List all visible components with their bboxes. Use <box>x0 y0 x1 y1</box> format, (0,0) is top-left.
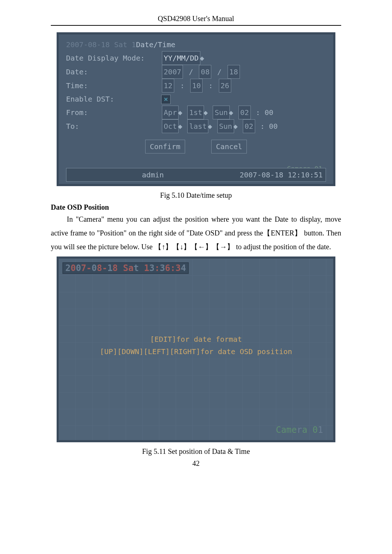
spinner-icon[interactable]: ◆ <box>233 120 238 133</box>
from-hour-input[interactable]: 02 <box>238 106 251 119</box>
status-time: 2007-08-18 12:10:51 <box>240 168 323 181</box>
osd-date-box[interactable]: 2007-08-18 Sat 13:36:34 <box>62 262 189 274</box>
display-mode-select[interactable]: YY/MM/DD <box>162 51 200 65</box>
cancel-button[interactable]: Cancel <box>211 140 247 153</box>
to-min-text: : 00 <box>260 122 278 131</box>
bg-date-overlay: 2007-08-18 Sat 1 <box>66 40 136 49</box>
page-number: 42 <box>51 459 341 468</box>
date-day-input[interactable]: 18 <box>228 65 240 79</box>
status-bar: admin 2007-08-18 12:10:51 <box>66 168 326 182</box>
to-hour-input[interactable]: 02 <box>243 119 255 133</box>
label-to: To: <box>66 120 157 133</box>
to-month-select[interactable]: Oct <box>162 119 179 133</box>
label-from: From: <box>66 106 157 119</box>
spinner-icon[interactable]: ◆ <box>208 120 212 133</box>
enable-dst-checkbox[interactable]: × <box>161 95 171 104</box>
hint-arrows: [UP][DOWN][LEFT][RIGHT]for date OSD posi… <box>59 347 333 356</box>
time-s-input[interactable]: 26 <box>219 79 231 93</box>
osd-position-screen: 2007-08-18 Sat 13:36:34 [EDIT]for date f… <box>57 257 335 442</box>
spinner-icon[interactable]: ◆ <box>200 52 204 65</box>
date-year-input[interactable]: 2007 <box>162 65 183 79</box>
doc-header: QSD42908 User's Manual <box>51 15 341 26</box>
label-date: Date: <box>66 65 157 78</box>
datetime-setup-screen: 2007-08-18 Sat 1Date/Time Date Display M… <box>57 32 335 186</box>
time-m-input[interactable]: 10 <box>190 79 203 93</box>
to-day-select[interactable]: Sun <box>217 119 234 133</box>
dialog-title: Date/Time <box>136 40 175 49</box>
spinner-icon[interactable]: ◆ <box>229 106 233 119</box>
fig510-caption: Fig 5.10 Date/time setup <box>51 191 341 200</box>
body-paragraph: In "Camera" menu you can adjust the posi… <box>51 212 341 254</box>
from-day-select[interactable]: Sun <box>213 106 229 119</box>
confirm-button[interactable]: Confirm <box>145 140 185 153</box>
from-min-text: : 00 <box>256 108 273 117</box>
date-month-input[interactable]: 08 <box>199 65 211 79</box>
to-ord-select[interactable]: last <box>187 119 208 133</box>
spinner-icon[interactable]: ◆ <box>178 120 182 133</box>
from-ord-select[interactable]: 1st <box>187 106 204 119</box>
hint-edit: [EDIT]for date format <box>59 335 333 344</box>
time-h-input[interactable]: 12 <box>162 79 174 93</box>
spinner-icon[interactable]: ◆ <box>203 106 208 119</box>
label-enable-dst: Enable DST: <box>66 93 157 106</box>
fig511-caption: Fig 5.11 Set position of Data & Time <box>51 447 341 456</box>
spinner-icon[interactable]: ◆ <box>178 106 182 119</box>
label-display-mode: Date Display Mode: <box>66 52 157 65</box>
camera-label: Camera 01 <box>276 425 323 435</box>
section-heading: Date OSD Position <box>51 203 341 212</box>
from-month-select[interactable]: Apr <box>162 106 179 119</box>
status-user: admin <box>142 168 164 181</box>
label-time: Time: <box>66 79 157 92</box>
